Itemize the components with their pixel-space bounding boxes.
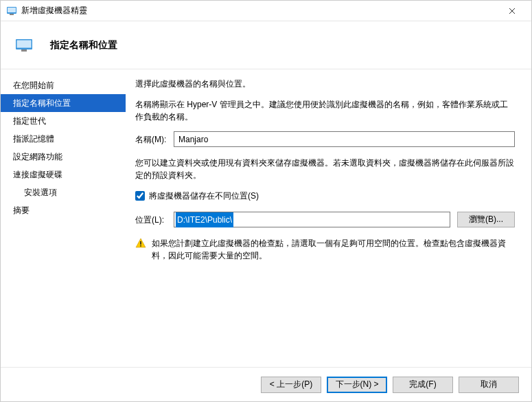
intro-text: 選擇此虛擬機器的名稱與位置。 (135, 78, 515, 90)
finish-button[interactable]: 完成(F) (393, 377, 453, 393)
sidebar-item-network[interactable]: 設定網路功能 (1, 148, 126, 166)
sidebar-item-name-location[interactable]: 指定名稱和位置 (1, 94, 126, 112)
svg-rect-6 (140, 241, 141, 245)
sidebar-item-install-options[interactable]: 安裝選項 (1, 183, 126, 201)
svg-rect-7 (140, 245, 141, 247)
warning-text: 如果您計劃建立此虛擬機器的檢查點，請選取一個有足夠可用空間的位置。檢查點包含虛擬… (152, 237, 515, 262)
page-title: 指定名稱和位置 (50, 39, 117, 52)
store-different-checkbox[interactable] (135, 191, 145, 201)
titlebar: 新增虛擬機器精靈 (1, 1, 531, 21)
store-different-row: 將虛擬機器儲存在不同位置(S) (135, 190, 515, 202)
sidebar-item-memory[interactable]: 指派記憶體 (1, 130, 126, 148)
wizard-body: 在您開始前 指定名稱和位置 指定世代 指派記憶體 設定網路功能 連接虛擬硬碟 安… (1, 69, 531, 367)
warning-row: 如果您計劃建立此虛擬機器的檢查點，請選取一個有足夠可用空間的位置。檢查點包含虛擬… (135, 237, 515, 262)
wizard-content: 選擇此虛擬機器的名稱與位置。 名稱將顯示在 Hyper-V 管理員之中。建議您使… (126, 69, 531, 367)
wizard-sidebar: 在您開始前 指定名稱和位置 指定世代 指派記憶體 設定網路功能 連接虛擬硬碟 安… (1, 69, 126, 367)
wizard-header: 指定名稱和位置 (1, 21, 531, 69)
previous-button[interactable]: < 上一步(P) (261, 377, 321, 393)
svg-rect-1 (8, 8, 16, 12)
cancel-button[interactable]: 取消 (459, 377, 519, 393)
svg-rect-5 (21, 49, 27, 52)
sidebar-item-summary[interactable]: 摘要 (1, 201, 126, 219)
warning-icon (135, 238, 146, 249)
location-value: D:\ITE2\Public\ (176, 212, 233, 227)
location-help-text: 您可以建立資料夾或使用現有資料夾來儲存虛擬機器。若未選取資料夾，虛擬機器將儲存在… (135, 157, 515, 181)
name-label: 名稱(M): (135, 133, 174, 146)
sidebar-item-vhd[interactable]: 連接虛擬硬碟 (1, 166, 126, 183)
location-label: 位置(L): (135, 214, 174, 226)
sidebar-item-before-begin[interactable]: 在您開始前 (1, 76, 126, 94)
monitor-icon (16, 39, 32, 52)
app-icon (6, 5, 17, 16)
name-help-text: 名稱將顯示在 Hyper-V 管理員之中。建議您使用便於識別此虛擬機器的名稱，例… (135, 98, 515, 123)
next-button[interactable]: 下一步(N) > (327, 377, 387, 393)
name-row: 名稱(M): (135, 131, 515, 147)
name-input[interactable] (174, 131, 515, 147)
svg-rect-2 (10, 14, 14, 15)
close-button[interactable] (498, 1, 526, 21)
store-different-label: 將虛擬機器儲存在不同位置(S) (149, 190, 259, 202)
wizard-footer: < 上一步(P) 下一步(N) > 完成(F) 取消 (1, 367, 531, 401)
window-title: 新增虛擬機器精靈 (21, 5, 498, 16)
svg-rect-4 (17, 40, 32, 47)
sidebar-item-generation[interactable]: 指定世代 (1, 112, 126, 130)
location-row: 位置(L): D:\ITE2\Public\ 瀏覽(B)... (135, 212, 515, 227)
location-input[interactable]: D:\ITE2\Public\ (174, 212, 450, 227)
browse-button[interactable]: 瀏覽(B)... (457, 212, 515, 227)
